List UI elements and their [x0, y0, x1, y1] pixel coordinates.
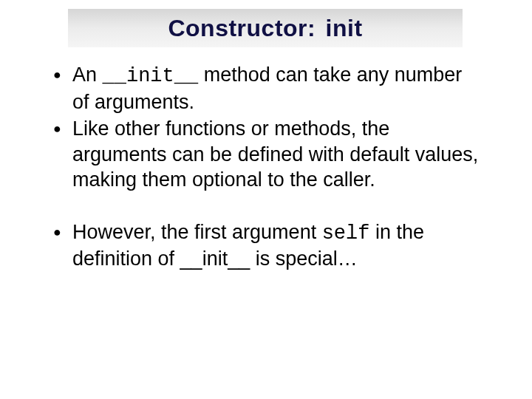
bullet-1: An __init__ method can take any number o…: [53, 62, 479, 115]
bullet-3-code: self: [322, 222, 370, 245]
title-prefix: Constructor:: [168, 15, 316, 41]
bullet-2: Like other functions or methods, the arg…: [53, 116, 479, 193]
bullet-3-t1: However, the first argument: [72, 221, 322, 243]
bullet-1-t1: An: [72, 64, 103, 86]
bullet-3: However, the first argument self in the …: [53, 219, 479, 272]
title-band: Constructor: init: [68, 9, 463, 47]
title-init: init: [326, 15, 363, 41]
bullet-2-text: Like other functions or methods, the arg…: [72, 117, 478, 191]
bullet-list: An __init__ method can take any number o…: [53, 62, 479, 272]
slide-body: An __init__ method can take any number o…: [53, 62, 479, 273]
slide-title: Constructor: init: [168, 15, 362, 42]
bullet-1-code: __init__: [103, 65, 199, 87]
slide: Constructor: init An __init__ method can…: [0, 0, 532, 399]
